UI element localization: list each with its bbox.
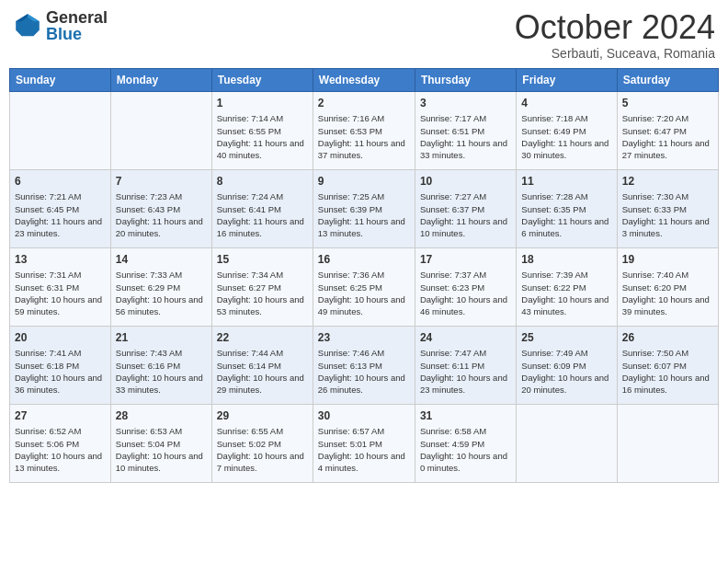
day-info: Sunset: 6:55 PM	[217, 125, 308, 137]
day-info: Daylight: 11 hours and 13 minutes.	[318, 215, 410, 240]
day-info: Sunset: 6:27 PM	[217, 282, 308, 293]
day-info: Sunrise: 6:52 AM	[15, 425, 106, 437]
day-number: 7	[116, 174, 207, 190]
day-info: Daylight: 10 hours and 39 minutes.	[622, 293, 713, 318]
logo-blue: Blue	[46, 26, 108, 42]
day-info: Sunset: 6:33 PM	[622, 203, 713, 215]
calendar-cell: 22Sunrise: 7:44 AMSunset: 6:14 PMDayligh…	[211, 326, 313, 404]
calendar-cell: 16Sunrise: 7:36 AMSunset: 6:25 PMDayligh…	[313, 247, 415, 326]
calendar-cell	[110, 91, 211, 169]
calendar-cell: 1Sunrise: 7:14 AMSunset: 6:55 PMDaylight…	[211, 91, 313, 169]
day-info: Sunrise: 7:31 AM	[15, 269, 106, 281]
day-info: Sunrise: 7:21 AM	[15, 190, 106, 202]
day-info: Sunset: 6:11 PM	[420, 360, 511, 372]
calendar-cell: 10Sunrise: 7:27 AMSunset: 6:37 PMDayligh…	[415, 169, 516, 247]
day-info: Daylight: 11 hours and 16 minutes.	[217, 215, 308, 240]
day-number: 30	[318, 408, 410, 424]
calendar-week-row: 1Sunrise: 7:14 AMSunset: 6:55 PMDaylight…	[10, 91, 719, 169]
day-info: Sunset: 5:01 PM	[318, 438, 410, 450]
calendar-cell: 27Sunrise: 6:52 AMSunset: 5:06 PMDayligh…	[10, 404, 111, 482]
calendar-cell: 12Sunrise: 7:30 AMSunset: 6:33 PMDayligh…	[617, 169, 718, 247]
day-info: Sunset: 5:02 PM	[217, 438, 308, 450]
day-number: 31	[420, 408, 511, 424]
day-info: Daylight: 11 hours and 40 minutes.	[217, 137, 308, 162]
day-info: Sunset: 6:16 PM	[116, 360, 207, 372]
day-number: 16	[318, 252, 410, 268]
day-info: Daylight: 10 hours and 26 minutes.	[318, 372, 410, 396]
calendar-cell: 29Sunrise: 6:55 AMSunset: 5:02 PMDayligh…	[211, 404, 313, 482]
day-info: Daylight: 10 hours and 46 minutes.	[420, 293, 511, 318]
calendar-cell: 21Sunrise: 7:43 AMSunset: 6:16 PMDayligh…	[110, 326, 211, 404]
day-info: Sunrise: 6:58 AM	[420, 425, 511, 437]
calendar-cell: 7Sunrise: 7:23 AMSunset: 6:43 PMDaylight…	[110, 169, 211, 247]
day-info: Sunset: 6:23 PM	[420, 282, 511, 293]
weekday-header: Sunday	[10, 68, 111, 91]
day-info: Sunset: 6:37 PM	[420, 203, 511, 215]
calendar-cell: 28Sunrise: 6:53 AMSunset: 5:04 PMDayligh…	[110, 404, 211, 482]
day-number: 23	[318, 330, 410, 346]
day-info: Sunset: 6:07 PM	[622, 360, 713, 372]
day-info: Sunrise: 7:23 AM	[116, 190, 207, 202]
day-info: Sunrise: 7:20 AM	[622, 112, 713, 124]
day-info: Sunrise: 7:37 AM	[420, 269, 511, 281]
calendar-cell: 4Sunrise: 7:18 AMSunset: 6:49 PMDaylight…	[517, 91, 617, 169]
day-number: 27	[15, 408, 106, 424]
calendar-cell: 15Sunrise: 7:34 AMSunset: 6:27 PMDayligh…	[211, 247, 313, 326]
day-info: Sunset: 6:14 PM	[217, 360, 308, 372]
calendar-week-row: 6Sunrise: 7:21 AMSunset: 6:45 PMDaylight…	[10, 169, 719, 247]
day-info: Sunset: 6:09 PM	[521, 360, 611, 372]
calendar-week-row: 13Sunrise: 7:31 AMSunset: 6:31 PMDayligh…	[10, 247, 719, 326]
title-block: October 2024 Serbauti, Suceava, Romania	[515, 9, 715, 61]
calendar-cell	[517, 404, 617, 482]
day-info: Sunrise: 7:36 AM	[318, 269, 410, 281]
calendar-cell: 5Sunrise: 7:20 AMSunset: 6:47 PMDaylight…	[617, 91, 718, 169]
calendar-cell: 30Sunrise: 6:57 AMSunset: 5:01 PMDayligh…	[313, 404, 415, 482]
day-info: Sunset: 6:39 PM	[318, 203, 410, 215]
day-info: Daylight: 10 hours and 4 minutes.	[318, 450, 410, 475]
calendar-table: SundayMondayTuesdayWednesdayThursdayFrid…	[9, 68, 719, 483]
calendar-cell: 14Sunrise: 7:33 AMSunset: 6:29 PMDayligh…	[110, 247, 211, 326]
day-info: Sunset: 6:43 PM	[116, 203, 207, 215]
day-info: Sunrise: 6:57 AM	[318, 425, 410, 437]
calendar-cell: 3Sunrise: 7:17 AMSunset: 6:51 PMDaylight…	[415, 91, 516, 169]
day-info: Sunrise: 7:44 AM	[217, 347, 308, 359]
weekday-header: Saturday	[617, 68, 718, 91]
day-info: Sunset: 6:20 PM	[622, 282, 713, 293]
day-info: Sunrise: 7:40 AM	[622, 269, 713, 281]
day-info: Daylight: 10 hours and 16 minutes.	[622, 372, 713, 396]
calendar-cell	[10, 91, 111, 169]
day-info: Sunrise: 7:16 AM	[318, 112, 410, 124]
day-info: Daylight: 10 hours and 59 minutes.	[15, 293, 106, 318]
day-info: Daylight: 11 hours and 3 minutes.	[622, 215, 713, 240]
day-info: Daylight: 10 hours and 29 minutes.	[217, 372, 308, 396]
day-info: Sunset: 5:04 PM	[116, 438, 207, 450]
day-info: Daylight: 10 hours and 33 minutes.	[116, 372, 207, 396]
day-number: 2	[318, 96, 410, 111]
calendar-cell: 18Sunrise: 7:39 AMSunset: 6:22 PMDayligh…	[517, 247, 617, 326]
calendar-cell: 9Sunrise: 7:25 AMSunset: 6:39 PMDaylight…	[313, 169, 415, 247]
calendar-cell: 2Sunrise: 7:16 AMSunset: 6:53 PMDaylight…	[313, 91, 415, 169]
calendar-cell: 23Sunrise: 7:46 AMSunset: 6:13 PMDayligh…	[313, 326, 415, 404]
day-info: Sunrise: 7:17 AM	[420, 112, 511, 124]
logo: General Blue	[13, 9, 108, 42]
calendar-cell: 6Sunrise: 7:21 AMSunset: 6:45 PMDaylight…	[10, 169, 111, 247]
day-info: Sunrise: 7:50 AM	[622, 347, 713, 359]
day-info: Daylight: 10 hours and 10 minutes.	[116, 450, 207, 475]
day-number: 9	[318, 174, 410, 190]
day-number: 19	[622, 252, 713, 268]
day-info: Sunrise: 7:27 AM	[420, 190, 511, 202]
day-info: Sunrise: 7:30 AM	[622, 190, 713, 202]
calendar-cell: 20Sunrise: 7:41 AMSunset: 6:18 PMDayligh…	[10, 326, 111, 404]
calendar-cell: 26Sunrise: 7:50 AMSunset: 6:07 PMDayligh…	[617, 326, 718, 404]
day-info: Daylight: 11 hours and 23 minutes.	[15, 215, 106, 240]
calendar-week-row: 20Sunrise: 7:41 AMSunset: 6:18 PMDayligh…	[10, 326, 719, 404]
logo-icon	[13, 11, 42, 40]
day-info: Daylight: 10 hours and 7 minutes.	[217, 450, 308, 475]
day-info: Sunset: 6:35 PM	[521, 203, 611, 215]
weekday-header: Thursday	[415, 68, 516, 91]
weekday-header: Friday	[517, 68, 617, 91]
day-info: Sunrise: 7:43 AM	[116, 347, 207, 359]
day-info: Sunrise: 7:25 AM	[318, 190, 410, 202]
calendar-week-row: 27Sunrise: 6:52 AMSunset: 5:06 PMDayligh…	[10, 404, 719, 482]
day-number: 4	[521, 96, 611, 111]
